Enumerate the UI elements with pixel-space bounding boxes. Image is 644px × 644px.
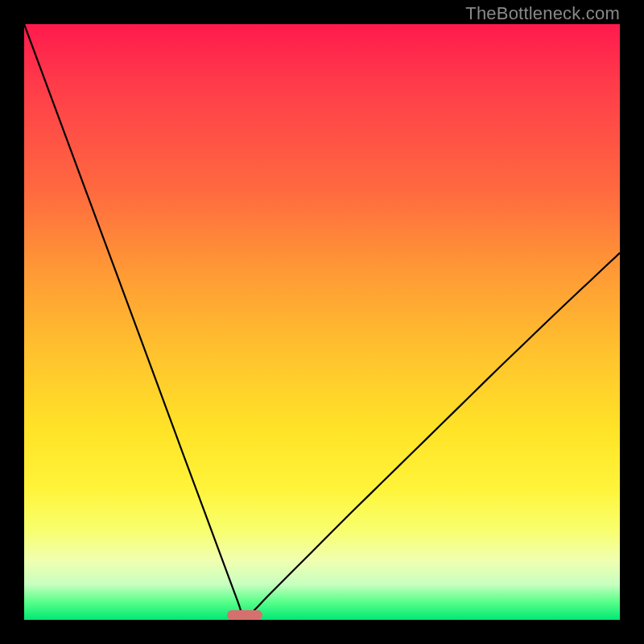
minimum-marker (227, 610, 262, 620)
watermark-text: TheBottleneck.com (465, 3, 620, 24)
bottleneck-curve (24, 24, 620, 620)
curve-path (24, 24, 620, 620)
chart-frame: TheBottleneck.com (0, 0, 644, 644)
plot-area (24, 24, 620, 620)
